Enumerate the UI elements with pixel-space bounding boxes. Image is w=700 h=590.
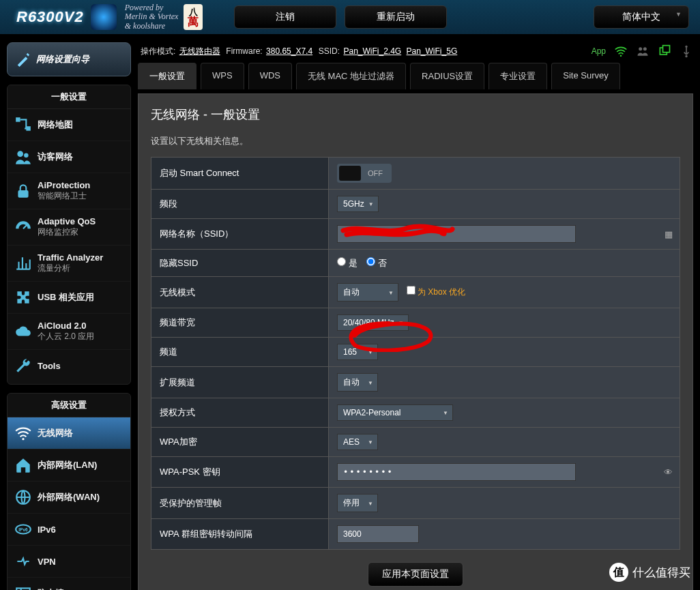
ext-select[interactable]: 自动 — [337, 373, 378, 392]
clients-icon[interactable] — [636, 44, 650, 58]
apply-button[interactable]: 应用本页面设置 — [368, 562, 463, 587]
svg-point-10 — [620, 55, 622, 57]
tab-bar: 一般设置 WPS WDS 无线 MAC 地址过滤器 RADIUS设置 专业设置 … — [138, 63, 693, 89]
hide-yes-radio[interactable]: 是 — [337, 258, 358, 268]
ssid24-link[interactable]: Pan_WiFi_2.4G — [343, 46, 401, 56]
ipv6-icon: IPv6 — [14, 520, 32, 538]
svg-point-2 — [17, 151, 23, 157]
vpn-icon — [14, 552, 32, 570]
tab-general[interactable]: 一般设置 — [138, 63, 196, 89]
svg-point-11 — [639, 47, 642, 50]
netmap-icon — [14, 116, 32, 134]
sidebar-item-aiprotect[interactable]: AiProtection智能网络卫士 — [8, 173, 130, 209]
opmode-link[interactable]: 无线路由器 — [179, 46, 220, 57]
psk-input[interactable] — [337, 463, 576, 481]
bw-select[interactable]: 20/40/80 MHz — [337, 314, 409, 331]
enc-select[interactable]: AES — [337, 434, 378, 450]
mode-select[interactable]: 自动 — [337, 283, 398, 301]
row-ssid-label: 网络名称（SSID） — [151, 219, 329, 250]
row-channel-label: 频道 — [151, 338, 329, 367]
model-name: R6300V2 — [16, 8, 84, 26]
wan-status-icon[interactable] — [658, 44, 671, 58]
sidebar: 网络设置向导 一般设置 网络地图 访客网络 AiProtection智能网络卫士… — [7, 42, 131, 587]
row-hide-label: 隐藏SSID — [151, 250, 329, 277]
wrench-icon — [14, 357, 32, 374]
sidebar-item-ipv6[interactable]: IPv6 IPv6 — [8, 514, 130, 546]
watermark-icon: 值 — [609, 563, 628, 582]
sidebar-general-title: 一般设置 — [8, 85, 130, 109]
language-select[interactable]: 简体中文 — [594, 5, 689, 29]
tab-macfilter[interactable]: 无线 MAC 地址过滤器 — [296, 63, 406, 89]
svg-rect-4 — [18, 190, 28, 198]
puzzle-icon — [14, 289, 32, 306]
contacts-icon[interactable]: ▦ — [665, 229, 673, 239]
tab-wds[interactable]: WDS — [248, 63, 292, 89]
band-select[interactable]: 5GHz — [337, 196, 379, 212]
mahjong-icon: 八萬 — [184, 4, 203, 30]
sidebar-item-firewall[interactable]: 防火墙 — [8, 578, 130, 590]
chart-icon — [14, 254, 32, 272]
row-enc-label: WPA加密 — [151, 428, 329, 457]
rekey-input[interactable] — [337, 525, 419, 543]
firmware-link[interactable]: 380.65_X7.4 — [266, 46, 312, 56]
svg-point-3 — [24, 153, 29, 158]
sidebar-item-aicloud[interactable]: AiCloud 2.0个人云 2.0 应用 — [8, 314, 130, 350]
pmf-select[interactable]: 停用 — [337, 494, 378, 512]
svg-point-15 — [685, 55, 687, 57]
sidebar-item-wan[interactable]: 外部网络(WAN) — [8, 482, 130, 514]
powered-by: Powered by Merlin & Vortex & koolshare — [125, 3, 179, 31]
usb-status-icon[interactable] — [680, 44, 693, 58]
tab-pro[interactable]: 专业设置 — [488, 63, 547, 89]
row-pmf-label: 受保护的管理帧 — [151, 488, 329, 519]
logout-button[interactable]: 注销 — [234, 5, 336, 29]
row-psk-label: WPA-PSK 密钥 — [151, 457, 329, 488]
sidebar-general: 一般设置 网络地图 访客网络 AiProtection智能网络卫士 Adapti… — [7, 85, 131, 385]
svg-point-5 — [22, 438, 24, 440]
sidebar-advanced-title: 高级设置 — [8, 394, 130, 417]
sidebar-advanced: 高级设置 无线网络 内部网络(LAN) 外部网络(WAN) IPv6 IPv6 … — [7, 393, 131, 590]
content-area: 操作模式: 无线路由器 Firmware: 380.65_X7.4 SSID: … — [138, 42, 693, 587]
wand-icon — [16, 52, 31, 67]
sidebar-item-usb[interactable]: USB 相关应用 — [8, 282, 130, 314]
reboot-button[interactable]: 重新启动 — [345, 5, 447, 29]
sidebar-item-tools[interactable]: Tools — [8, 350, 130, 381]
sidebar-item-qos[interactable]: Adaptive QoS网络监控家 — [8, 209, 130, 246]
smartconnect-toggle[interactable]: OFF — [337, 164, 392, 183]
row-bw-label: 频道带宽 — [151, 308, 329, 338]
sidebar-item-lan[interactable]: 内部网络(LAN) — [8, 449, 130, 482]
tab-survey[interactable]: Site Survey — [551, 63, 619, 89]
panel-desc: 设置以下无线相关信息。 — [151, 135, 680, 147]
sidebar-item-netmap[interactable]: 网络地图 — [8, 109, 130, 141]
home-icon — [14, 456, 32, 474]
eye-icon[interactable]: 👁 — [664, 467, 673, 477]
gauge-icon — [14, 218, 32, 236]
sidebar-item-vpn[interactable]: VPN — [8, 546, 130, 578]
firewall-icon — [14, 585, 32, 590]
tab-radius[interactable]: RADIUS设置 — [410, 63, 484, 89]
svg-point-12 — [643, 47, 647, 50]
wifi-status-icon[interactable] — [614, 44, 628, 58]
ssid5-link[interactable]: Pan_WiFi_5G — [407, 46, 458, 56]
ssid-input[interactable] — [337, 225, 576, 243]
xbox-checkbox[interactable]: 为 Xbox 优化 — [407, 287, 465, 297]
channel-select[interactable]: 165 — [337, 344, 378, 360]
app-link[interactable]: App — [592, 46, 606, 56]
row-ext-label: 扩展频道 — [151, 367, 329, 398]
auth-select[interactable]: WPA2-Personal — [337, 404, 453, 421]
row-smartconnect-label: 启动 Smart Connect — [151, 158, 329, 190]
logo-icon — [91, 4, 117, 30]
globe-icon — [14, 488, 32, 506]
tab-wps[interactable]: WPS — [201, 63, 244, 89]
hide-no-radio[interactable]: 否 — [366, 258, 387, 268]
settings-panel: 无线网络 - 一般设置 设置以下无线相关信息。 启动 Smart Connect… — [138, 93, 693, 590]
guests-icon — [14, 148, 32, 166]
sidebar-item-guest[interactable]: 访客网络 — [8, 141, 130, 173]
svg-rect-14 — [663, 46, 670, 53]
sidebar-item-wireless[interactable]: 无线网络 — [8, 417, 130, 449]
wizard-button[interactable]: 网络设置向导 — [7, 42, 131, 76]
sidebar-item-traffic[interactable]: Traffic Analyzer流量分析 — [8, 246, 130, 282]
wifi-icon — [14, 424, 32, 442]
cloud-icon — [14, 323, 32, 340]
svg-rect-0 — [16, 117, 20, 122]
lock-icon — [14, 182, 32, 200]
